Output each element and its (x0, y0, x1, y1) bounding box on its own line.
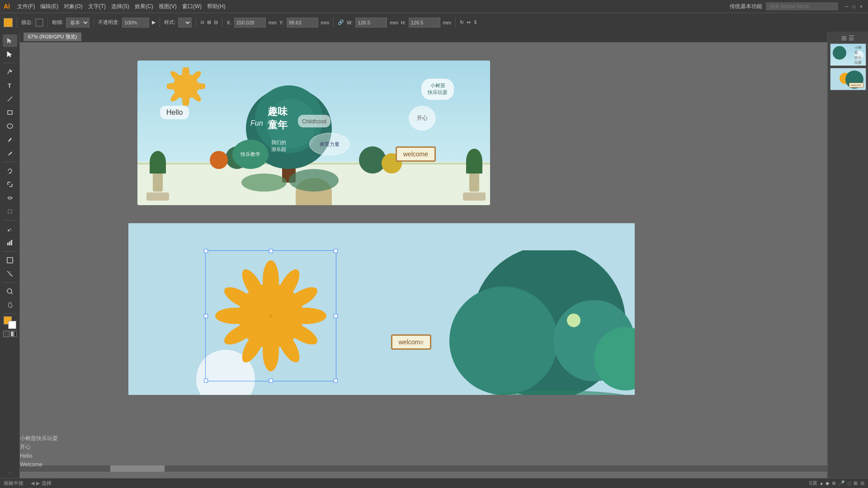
link-icon[interactable]: 🔗 (338, 19, 344, 25)
svg-line-4 (8, 97, 12, 101)
toolbar-separator-4 (160, 18, 160, 28)
nav-prev[interactable]: ◀ (31, 480, 34, 486)
svg-rect-11 (7, 243, 9, 245)
grid-view-icon[interactable]: ⊞ (841, 34, 847, 42)
grid2-icon: ⊞ (854, 480, 858, 486)
svg-rect-14 (7, 258, 13, 263)
list-view-icon[interactable]: ☰ (849, 34, 854, 42)
nav-next[interactable]: ▶ (36, 480, 40, 486)
gradient-mode-icon[interactable] (10, 331, 17, 337)
hand-tool[interactable] (3, 299, 17, 311)
transform-icon[interactable]: ⊞ (207, 19, 211, 25)
scale-tool[interactable] (3, 178, 17, 191)
svg-rect-13 (11, 240, 12, 245)
color-swatches[interactable] (4, 316, 16, 329)
maximize-button[interactable]: □ (851, 3, 857, 9)
column-graph-tool[interactable] (3, 236, 17, 249)
pencil-tool[interactable] (3, 147, 17, 160)
artboard-tool[interactable] (3, 254, 17, 267)
ellipse-tool[interactable] (3, 120, 17, 132)
flip-h-icon[interactable]: ⇔ (467, 19, 471, 25)
large-sun-svg (214, 259, 327, 372)
main-tree: 趣味 童年 Childhood 我们的 游乐园 (237, 65, 341, 193)
svg-point-42 (289, 169, 339, 192)
direct-select-tool[interactable] (3, 48, 17, 61)
flip-v-icon[interactable]: ⇕ (473, 19, 477, 25)
paintbrush-tool[interactable] (3, 133, 17, 146)
stroke-weight-select[interactable]: 基本 (66, 18, 90, 28)
menu-help[interactable]: 帮助(H) (207, 3, 226, 10)
select-tool[interactable] (3, 34, 17, 47)
menu-edit[interactable]: 编辑(E) (40, 3, 58, 10)
symbol-spray-tool[interactable] (3, 223, 17, 235)
canvas-area: 67% (RGB/GPU 预览) (20, 32, 868, 478)
more-tools[interactable]: ··· (8, 470, 11, 475)
fill-stroke-modes (3, 331, 17, 337)
tool-divider-3 (3, 220, 17, 221)
menu-window[interactable]: 窗口(W) (182, 3, 202, 10)
canvas-tab-bar: 67% (RGB/GPU 预览) (20, 32, 868, 42)
line-tool[interactable] (3, 93, 17, 105)
menu-text[interactable]: 文字(T) (88, 3, 106, 10)
horizontal-scrollbar[interactable] (20, 465, 855, 472)
rect-tool[interactable] (3, 106, 17, 119)
svg-text:游乐园: 游乐园 (271, 146, 286, 152)
menu-effects[interactable]: 效果(C) (135, 3, 153, 10)
menu-view[interactable]: 视图(V) (159, 3, 177, 10)
sun-group (167, 67, 205, 106)
toolbar-separator-2 (47, 18, 48, 28)
h-input[interactable] (409, 18, 440, 28)
svg-text:我们的: 我们的 (271, 140, 286, 145)
stroke-color-swatch[interactable] (35, 19, 43, 27)
svg-point-10 (11, 230, 12, 231)
menu-right: 传统基本功能 ─ □ × (730, 2, 864, 10)
h-label: H: (401, 20, 406, 25)
menu-file[interactable]: 文件(F) (17, 3, 35, 10)
type-tool[interactable]: T (3, 79, 17, 92)
zoom-tool[interactable] (3, 285, 17, 298)
opacity-input[interactable] (122, 18, 149, 28)
x-input[interactable] (234, 18, 266, 28)
canvas-tab-main[interactable]: 67% (RGB/GPU 预览) (24, 33, 81, 41)
app-logo: Ai (4, 3, 10, 10)
appearance-icon[interactable]: ⊙ (200, 19, 204, 25)
width-label: 粗细: (52, 19, 63, 26)
normal-mode-icon[interactable] (3, 331, 9, 337)
toolbar-separator-8 (455, 18, 456, 28)
style-select[interactable] (178, 18, 192, 28)
tool-status: 选择 (42, 480, 52, 487)
right-preview-panel: ⊞ ☰ 小树苗快乐玩耍 welcom (827, 32, 868, 478)
slice-tool[interactable] (3, 267, 17, 280)
free-transform-tool[interactable] (3, 205, 17, 218)
close-button[interactable]: × (858, 3, 864, 9)
fill-color-swatch[interactable] (4, 18, 13, 27)
small-tree-right (463, 149, 486, 201)
x-unit: mm (269, 20, 277, 25)
minimize-button[interactable]: ─ (844, 3, 850, 9)
rotate-tool[interactable] (3, 164, 17, 177)
status-right: S英 ● ◆ ⊕ 🎤 □ ⊞ ⊟ (809, 480, 864, 487)
w-unit: mm (390, 20, 398, 25)
circle-icon: ⊕ (832, 480, 836, 486)
search-input[interactable] (766, 2, 838, 10)
menu-select[interactable]: 选择(S) (111, 3, 129, 10)
align-icon[interactable]: ⊟ (214, 19, 218, 25)
menu-object[interactable]: 对象(O) (64, 3, 82, 10)
opacity-label: 不透明度: (98, 19, 119, 26)
teal-trees-svg (422, 250, 635, 395)
toolbar-separator-3 (94, 18, 94, 28)
warp-tool[interactable] (3, 192, 17, 204)
teacher-label: 师育力量 (320, 141, 340, 148)
toolbar-separator-1 (17, 18, 17, 28)
svg-point-30 (173, 74, 198, 99)
rotate-icon[interactable]: ↻ (460, 19, 464, 25)
main-tree-svg: 趣味 童年 Childhood 我们的 游乐园 (237, 65, 341, 192)
h-scroll-thumb[interactable] (110, 465, 165, 472)
workspace-label: 传统基本功能 (730, 3, 762, 10)
window-controls: ─ □ × (844, 3, 864, 9)
w-input[interactable] (355, 18, 387, 28)
y-input[interactable] (287, 18, 318, 28)
opacity-arrow[interactable]: ▶ (152, 19, 156, 25)
welcome-text: welcome (403, 150, 428, 158)
pen-tool[interactable] (3, 66, 17, 78)
